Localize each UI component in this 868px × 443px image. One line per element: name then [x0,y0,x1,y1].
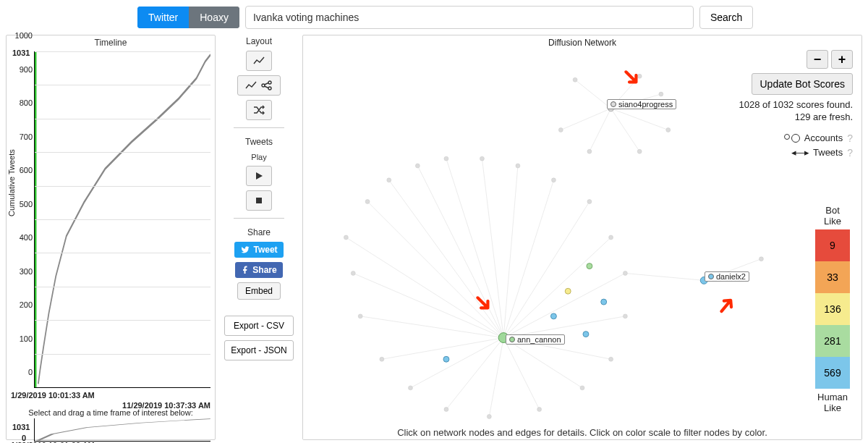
svg-point-72 [565,288,571,294]
svg-point-59 [573,77,577,82]
twitter-icon [240,245,250,254]
svg-marker-6 [256,172,263,180]
svg-point-52 [537,408,542,412]
legend-accounts-label: Accounts [804,132,843,143]
controls-column: Layout Tweets Play Share Tweet Share [223,35,295,440]
tweets-head: Tweets [245,137,273,147]
tweets-icon: ◂—▸ [791,147,809,158]
layout-shuffle-button[interactable] [246,100,272,120]
source-tabs: Twitter Hoaxy [137,7,239,28]
line-chart-icon [253,56,265,66]
help-icon[interactable]: ? [847,132,853,144]
top-bar: Twitter Hoaxy Search [0,0,868,35]
score-line2: 129 are fresh. [739,111,853,124]
svg-point-54 [444,408,448,412]
score-line1: 1028 of 1032 scores found. [739,99,853,111]
timeline-ytick: 100 [14,334,33,343]
play-head: Play [251,153,266,161]
timeline-ytick: 700 [14,132,33,141]
timeline-chart[interactable] [34,51,210,388]
colorbar-cell[interactable]: 281 [815,325,850,357]
svg-point-62 [666,128,671,132]
svg-line-12 [446,159,503,337]
play-icon [253,171,265,181]
svg-point-71 [443,356,449,362]
svg-point-51 [580,386,584,390]
svg-point-60 [637,74,642,78]
svg-line-5 [265,86,269,88]
search-button[interactable]: Search [699,6,753,29]
svg-point-69 [583,332,589,337]
share-icon [261,80,273,90]
legend: Accounts ? ◂—▸ Tweets ? [784,132,853,159]
search-input[interactable] [245,6,694,29]
tweet-button[interactable]: Tweet [234,242,283,258]
colorbar-bottom-label: Human Like [817,392,848,413]
timeline-ymax: 1031 [12,48,30,57]
colorbar-cell[interactable]: 136 [815,293,850,325]
help-icon[interactable]: ? [847,147,853,159]
svg-line-25 [410,338,503,388]
share-head: Share [247,227,271,237]
zoom-out-button[interactable]: − [807,50,828,69]
accounts-icon [784,134,800,143]
timeline-xstart: 1/29/2019 10:01:33 AM [11,391,95,400]
svg-line-28 [353,273,503,337]
node-label-siano4progress[interactable]: siano4progress [607,99,676,109]
svg-line-35 [561,109,610,130]
layout-line-share-button[interactable] [237,75,281,96]
colorbar-cell[interactable]: 33 [815,261,850,293]
svg-point-63 [637,149,642,153]
export-json-button[interactable]: Export - JSON [224,340,294,360]
tab-twitter[interactable]: Twitter [137,7,189,28]
node-dot-icon [509,337,515,342]
svg-point-43 [480,156,484,161]
svg-point-41 [415,164,420,168]
node-label-ann-cannon[interactable]: ann_cannon [506,334,565,345]
svg-point-42 [444,156,448,161]
colorbar-cell[interactable]: 569 [815,357,850,389]
node-label-danielx2[interactable]: danielx2 [705,271,749,282]
svg-point-65 [558,128,563,132]
svg-line-33 [611,109,640,151]
svg-point-70 [601,299,607,305]
timeline-ytick: 0 [14,368,33,376]
svg-point-2 [268,81,271,84]
update-bot-scores-button[interactable]: Update Bot Scores [752,73,853,95]
layout-head: Layout [246,36,272,46]
timeline-ytick: 800 [14,98,33,107]
layout-line-button[interactable] [246,51,272,71]
svg-point-40 [387,178,391,182]
play-button[interactable] [246,166,272,186]
network-panel: Diffusion Network [302,35,862,440]
timeline-ytick: 900 [14,65,33,74]
stop-button[interactable] [246,190,272,211]
svg-point-48 [623,271,627,276]
tab-hoaxy[interactable]: Hoaxy [189,7,239,28]
svg-point-73 [587,263,592,269]
timeline-brush[interactable]: 0 [34,418,210,442]
svg-point-44 [516,164,520,168]
svg-line-10 [389,180,503,338]
svg-line-32 [611,109,668,130]
export-csv-button[interactable]: Export - CSV [224,316,294,336]
node-label-text: siano4progress [618,100,673,109]
svg-line-24 [446,338,503,410]
colorbar-cell[interactable]: 9 [815,229,850,261]
zoom-in-button[interactable]: + [831,50,853,69]
svg-line-22 [503,338,539,410]
svg-line-11 [417,166,503,338]
facebook-icon [241,266,250,274]
fb-share-button[interactable]: Share [235,262,282,278]
embed-button[interactable]: Embed [237,282,281,300]
brush-ymax: 1031 [12,423,30,431]
node-dot-icon [708,274,714,279]
shuffle-icon [253,105,265,115]
network-title: Diffusion Network [303,35,861,50]
svg-line-26 [382,338,503,360]
stop-icon [253,195,265,206]
timeline-ytick: 1000 [14,31,33,40]
svg-point-66 [759,257,763,261]
svg-point-53 [487,414,491,418]
legend-tweets-label: Tweets [813,147,843,158]
